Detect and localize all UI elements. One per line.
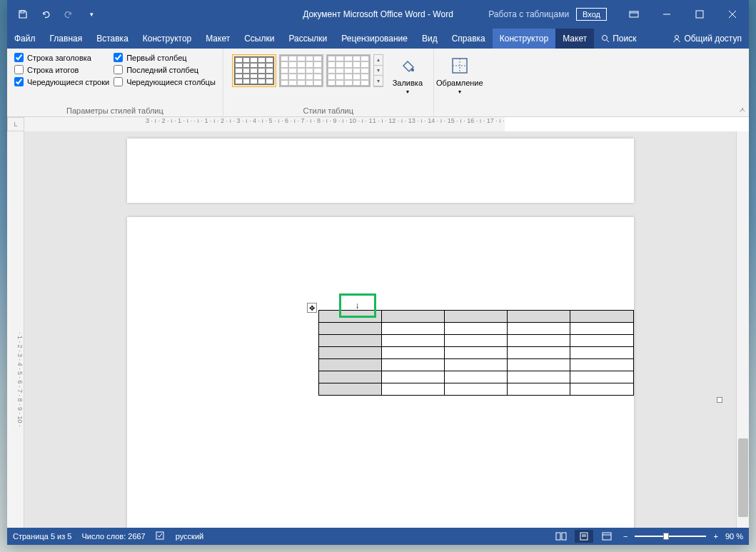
document-area: · 1 · 2 · 3 · 4 · 5 · 6 · 7 · 8 · 9 · 10… bbox=[7, 131, 749, 528]
table-style-1[interactable] bbox=[232, 54, 276, 87]
svg-rect-0 bbox=[21, 11, 24, 13]
qat-more-icon[interactable]: ▾ bbox=[83, 6, 100, 23]
svg-rect-1 bbox=[630, 11, 638, 17]
tab-links[interactable]: Ссылки bbox=[237, 29, 281, 49]
status-bar: Страница 5 из 5 Число слов: 2667 русский… bbox=[7, 528, 749, 545]
table-row bbox=[318, 347, 633, 359]
shading-button[interactable]: Заливка▾ bbox=[388, 51, 428, 98]
tab-review[interactable]: Рецензирование bbox=[334, 29, 415, 49]
vertical-ruler[interactable]: · 1 · 2 · 3 · 4 · 5 · 6 · 7 · 8 · 9 · 10… bbox=[7, 131, 24, 528]
check-header-row[interactable]: Строка заголовка bbox=[14, 53, 109, 62]
column-select-cursor bbox=[339, 293, 376, 318]
read-mode-icon[interactable] bbox=[552, 530, 570, 543]
document-table[interactable] bbox=[318, 310, 634, 396]
group-table-styles: ▴▾▾ Заливка▾ Стили таблиц bbox=[223, 49, 434, 116]
svg-point-7 bbox=[603, 36, 608, 41]
horizontal-ruler[interactable]: 3 · ı · 2 · ı · 1 · ı · · ı · 1 · ı · 2 … bbox=[24, 117, 505, 131]
tab-layout[interactable]: Макет bbox=[198, 29, 237, 49]
table-row bbox=[318, 335, 633, 347]
tab-view[interactable]: Вид bbox=[415, 29, 445, 49]
collapse-ribbon-icon[interactable]: ㅅ bbox=[739, 105, 746, 115]
tab-search[interactable]: Поиск bbox=[594, 29, 643, 49]
app-name: Word bbox=[433, 9, 453, 19]
check-first-col[interactable]: Первый столбец bbox=[114, 53, 216, 62]
ribbon: Строка заголовка Строка итогов Чередующи… bbox=[7, 49, 749, 117]
check-banded-rows[interactable]: Чередующиеся строки bbox=[14, 77, 109, 86]
table-move-handle[interactable]: ✥ bbox=[307, 303, 317, 313]
svg-rect-19 bbox=[603, 533, 611, 540]
vertical-scrollbar[interactable] bbox=[736, 131, 749, 528]
login-button[interactable]: Вход bbox=[576, 8, 607, 21]
page-indicator[interactable]: Страница 5 из 5 bbox=[13, 532, 71, 541]
save-icon[interactable] bbox=[14, 6, 31, 23]
redo-icon[interactable] bbox=[60, 6, 77, 23]
scrollbar-thumb[interactable] bbox=[738, 438, 748, 517]
print-layout-icon[interactable] bbox=[575, 530, 593, 543]
word-count[interactable]: Число слов: 2667 bbox=[81, 532, 145, 541]
table-style-2[interactable] bbox=[279, 54, 323, 87]
table-row bbox=[318, 371, 633, 383]
table-row bbox=[318, 383, 633, 396]
dropdown-icon: ▾ bbox=[406, 89, 409, 95]
maximize-icon[interactable] bbox=[683, 0, 716, 29]
table-row bbox=[318, 359, 633, 371]
proofing-icon[interactable] bbox=[156, 531, 166, 542]
document-scroll[interactable]: ✥ bbox=[24, 131, 736, 528]
check-banded-cols[interactable]: Чередующиеся столбцы bbox=[114, 77, 216, 86]
table-row bbox=[318, 323, 633, 335]
tab-constructor[interactable]: Конструктор bbox=[136, 29, 198, 49]
close-icon[interactable] bbox=[716, 0, 749, 29]
ruler-corner[interactable]: L bbox=[7, 117, 24, 131]
doc-name: Документ Microsoft Office Word bbox=[303, 9, 425, 19]
group-borders: Обрамление▾ bbox=[434, 49, 485, 116]
language-indicator[interactable]: русский bbox=[176, 532, 203, 541]
tab-share[interactable]: Общий доступ bbox=[665, 29, 749, 49]
page-prev bbox=[127, 139, 634, 203]
svg-rect-15 bbox=[562, 533, 566, 540]
check-total-row[interactable]: Строка итогов bbox=[14, 65, 109, 74]
ribbon-display-icon[interactable] bbox=[618, 0, 650, 29]
group-label-options: Параметры стилей таблиц bbox=[13, 105, 217, 115]
svg-rect-14 bbox=[556, 533, 560, 540]
zoom-out-button[interactable]: − bbox=[620, 532, 630, 541]
zoom-slider[interactable] bbox=[635, 536, 706, 537]
tab-mailings[interactable]: Рассылки bbox=[281, 29, 334, 49]
page-current[interactable]: ✥ bbox=[127, 217, 634, 528]
ribbon-tabs: Файл Главная Вставка Конструктор Макет С… bbox=[7, 29, 749, 49]
svg-line-8 bbox=[607, 40, 609, 42]
tab-insert[interactable]: Вставка bbox=[89, 29, 136, 49]
check-last-col[interactable]: Последний столбец bbox=[114, 65, 216, 74]
quick-access-toolbar: ▾ bbox=[7, 6, 100, 23]
table-resize-handle[interactable] bbox=[717, 397, 722, 403]
table-style-3[interactable] bbox=[326, 54, 371, 87]
web-layout-icon[interactable] bbox=[598, 530, 616, 543]
table-tools-label: Работа с таблицами bbox=[481, 9, 576, 19]
borders-button[interactable]: Обрамление▾ bbox=[440, 51, 480, 98]
title-bar: ▾ Документ Microsoft Office Word - Word … bbox=[7, 0, 749, 29]
group-table-style-options: Строка заголовка Строка итогов Чередующи… bbox=[7, 49, 223, 116]
borders-icon bbox=[448, 54, 471, 77]
group-label-styles: Стили таблиц bbox=[229, 105, 428, 115]
svg-rect-4 bbox=[696, 11, 703, 18]
tab-file[interactable]: Файл bbox=[7, 29, 43, 49]
window-title: Документ Microsoft Office Word - Word bbox=[303, 9, 453, 19]
tab-table-layout[interactable]: Макет bbox=[555, 29, 594, 49]
minimize-icon[interactable] bbox=[650, 0, 683, 29]
bucket-icon bbox=[396, 54, 419, 77]
zoom-in-button[interactable]: + bbox=[710, 532, 720, 541]
styles-scroll[interactable]: ▴▾▾ bbox=[373, 54, 383, 87]
tab-home[interactable]: Главная bbox=[43, 29, 90, 49]
tab-help[interactable]: Справка bbox=[445, 29, 493, 49]
tab-table-constructor[interactable]: Конструктор bbox=[493, 29, 555, 49]
zoom-level[interactable]: 90 % bbox=[725, 532, 743, 541]
svg-point-9 bbox=[675, 36, 679, 39]
dropdown-icon: ▾ bbox=[458, 89, 461, 95]
undo-icon[interactable] bbox=[37, 6, 54, 23]
